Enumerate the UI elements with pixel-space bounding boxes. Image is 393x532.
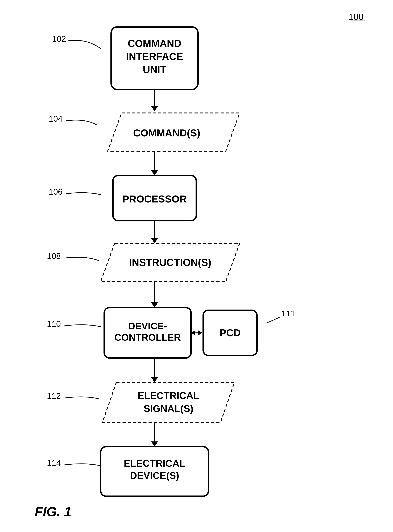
ref-106: 106	[49, 187, 63, 196]
processor-label: PROCESSOR	[123, 193, 187, 204]
command-interface-unit-label2: INTERFACE	[126, 51, 183, 62]
pcd-label: PCD	[220, 327, 241, 338]
electrical-devices-label2: DEVICE(S)	[130, 470, 179, 481]
svg-marker-4	[151, 170, 158, 175]
svg-marker-2	[151, 106, 158, 111]
ref-114: 114	[47, 458, 61, 467]
electrical-signals-label2: SIGNAL(S)	[144, 403, 193, 414]
svg-marker-13	[151, 377, 158, 382]
diagram-container: 100 102 COMMAND INTERFACE UNIT 104 COMMA…	[0, 0, 393, 532]
instructions-label: INSTRUCTION(S)	[129, 257, 211, 268]
svg-marker-6	[151, 238, 158, 243]
command-interface-unit-label3: UNIT	[143, 64, 166, 75]
svg-marker-15	[151, 442, 158, 447]
electrical-signals-label1: ELECTRICAL	[138, 390, 199, 401]
ref-112: 112	[47, 391, 61, 401]
ref-104: 104	[49, 114, 63, 123]
command-interface-unit-label: COMMAND	[128, 38, 181, 49]
ref-111: 111	[281, 309, 295, 318]
electrical-signals-shape	[103, 382, 235, 422]
figure-label: FIG. 1	[35, 504, 71, 519]
electrical-devices-label1: ELECTRICAL	[124, 458, 186, 469]
ref-110: 110	[47, 319, 61, 328]
ref-108: 108	[47, 252, 61, 261]
svg-marker-11	[198, 330, 202, 335]
device-controller-label2: CONTROLLER	[114, 332, 181, 343]
svg-marker-8	[151, 302, 158, 308]
device-controller-label1: DEVICE-	[128, 321, 167, 331]
ref-102: 102	[52, 34, 66, 44]
commands-label: COMMAND(S)	[133, 127, 200, 139]
overall-ref-label: 100	[349, 12, 364, 22]
